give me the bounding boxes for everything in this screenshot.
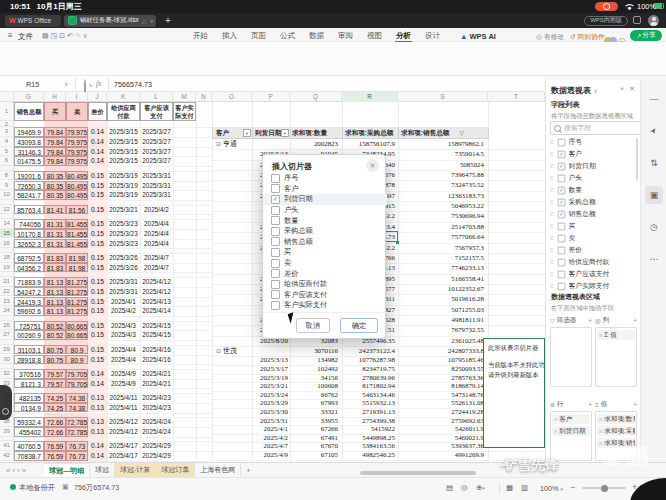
- pivot-group-cell[interactable]: ⊟亨通: [216, 139, 252, 149]
- row-header-32[interactable]: 32: [0, 369, 14, 379]
- pivot-sales-cell[interactable]: 7679732.55: [390, 325, 484, 335]
- area-box-列[interactable]: ≡Σ 值: [595, 327, 637, 387]
- row-header-10[interactable]: 10: [0, 190, 14, 200]
- cell-g14[interactable]: 744056: [14, 219, 44, 229]
- checkbox-unchecked-icon[interactable]: [557, 246, 565, 254]
- pivot-purchase-cell[interactable]: 2754399.38: [300, 417, 395, 426]
- cell-k29[interactable]: 2025/4/4: [107, 345, 140, 355]
- pivot-sales-cell[interactable]: 10795185.46: [390, 356, 484, 365]
- pivot-column-header-0[interactable]: 客户: [216, 129, 229, 138]
- cell-l26[interactable]: 2025/4/15: [140, 321, 173, 331]
- cell-j39[interactable]: 0.13: [88, 427, 107, 437]
- cell-k4[interactable]: 2025/3/15: [107, 137, 140, 147]
- cell-i18[interactable]: 81.98: [66, 253, 88, 263]
- cell-g15[interactable]: 10170.8: [14, 229, 44, 239]
- cell-g22[interactable]: 54247.2: [14, 287, 44, 297]
- zoom-slider-handle[interactable]: [601, 485, 608, 492]
- pivot-sales-cell[interactable]: 7324735.52: [390, 180, 484, 190]
- cell-h12[interactable]: 81.41: [44, 205, 66, 215]
- pivot-sales-cell[interactable]: 12363183.73: [390, 191, 484, 201]
- row-header-23[interactable]: 23: [0, 297, 14, 307]
- dialog-field-客户实际支付[interactable]: 客户实际支付: [263, 300, 387, 311]
- table-view-icon[interactable]: ▤: [446, 483, 453, 492]
- cell-l3[interactable]: 2025/3/27: [140, 127, 173, 137]
- cell-h10[interactable]: 80.35: [44, 190, 66, 200]
- cell-k39[interactable]: 2025/4/12: [107, 427, 140, 437]
- name-box[interactable]: R15: [26, 80, 39, 89]
- cell-g3[interactable]: 19469.9: [14, 127, 44, 137]
- checkbox-unchecked-icon[interactable]: [557, 282, 565, 290]
- sheet-tab-球冠—明细[interactable]: 球冠—明细: [44, 463, 90, 478]
- area-item-客户[interactable]: ≡客户: [552, 414, 590, 424]
- cell-g41[interactable]: 40760.5: [14, 441, 44, 451]
- cell-k14[interactable]: 2025/3/23: [107, 219, 140, 229]
- cell-h21[interactable]: 81.13: [44, 277, 66, 287]
- cell-k30[interactable]: 2025/4/4: [107, 355, 140, 365]
- ribbon-tab-审阅[interactable]: 审阅: [331, 28, 360, 43]
- drag-handle-icon[interactable]: ≡: [550, 151, 554, 157]
- cell-g5[interactable]: 31146.3: [14, 147, 44, 157]
- pane-field-给供应商付款[interactable]: ≡给供应商付款: [550, 256, 636, 268]
- pivot-sales-cell[interactable]: 5166558.41: [390, 274, 484, 284]
- drag-handle-icon[interactable]: ≡: [550, 247, 554, 253]
- cell-j32[interactable]: 0.14: [88, 369, 107, 379]
- cell-h18[interactable]: 81.83: [44, 253, 66, 263]
- cell-i39[interactable]: 72.785: [66, 427, 88, 437]
- dialog-field-销售总额[interactable]: 销售总额: [263, 237, 387, 248]
- cell-j16[interactable]: 0.15: [88, 239, 107, 249]
- pane-field-买[interactable]: ≡买: [550, 220, 636, 232]
- area-item-Σ 值[interactable]: ≡Σ 值: [597, 330, 635, 340]
- pane-field-客户实际支付[interactable]: ≡客户实际支付: [550, 280, 636, 292]
- cell-l15[interactable]: 2025/4/4: [140, 229, 173, 239]
- cell-g35[interactable]: 482135: [14, 393, 44, 403]
- cell-g9[interactable]: 72650.3: [14, 181, 44, 191]
- pivot-column-header-3[interactable]: 求和项:采购总额: [345, 129, 393, 138]
- pivot-purchase-cell[interactable]: 242373122.4: [300, 346, 395, 356]
- pivot-funnel-icon[interactable]: ▽: [457, 129, 466, 137]
- cell-g38[interactable]: 59332.4: [14, 417, 44, 427]
- history-clock-icon[interactable]: ◷: [645, 218, 663, 236]
- cell-k41[interactable]: 2025/4/17: [107, 441, 140, 451]
- column-header-K[interactable]: K: [107, 92, 140, 102]
- cell-j15[interactable]: 0.15: [88, 229, 107, 239]
- pivot-sales-cell[interactable]: 4991269.9: [390, 451, 484, 460]
- row-header-22[interactable]: 22: [0, 287, 14, 297]
- cell-g23[interactable]: 24419.3: [14, 297, 44, 307]
- cell-g18[interactable]: 68792.5: [14, 253, 44, 263]
- cell-j12[interactable]: 0.15: [88, 205, 107, 215]
- cell-h15[interactable]: 81.31: [44, 229, 66, 239]
- cell-g8[interactable]: 19201.6: [14, 171, 44, 181]
- pivot-sales-cell[interactable]: 7396475.88: [390, 170, 484, 180]
- clipboard-icon[interactable]: ▣: [62, 483, 69, 491]
- page-view-icon[interactable]: ▥: [521, 483, 528, 492]
- cell-h19[interactable]: 81.83: [44, 263, 66, 273]
- checkbox-unchecked-icon[interactable]: [271, 184, 280, 193]
- cell-i24[interactable]: 81.275: [66, 306, 88, 316]
- pivot-sales-cell[interactable]: 8186879.14: [390, 382, 484, 391]
- pivot-sales-cell[interactable]: 4981811.91: [390, 315, 484, 325]
- cell-i6[interactable]: 79.975: [66, 156, 88, 166]
- cell-j10[interactable]: 0.15: [88, 190, 107, 200]
- pane-field-卖[interactable]: ≡卖: [550, 232, 636, 244]
- pivot-purchase-cell[interactable]: 10776287.98: [300, 356, 395, 365]
- drag-handle-icon[interactable]: ≡: [550, 223, 554, 229]
- cell-j35[interactable]: 0.13: [88, 393, 107, 403]
- checkbox-unchecked-icon[interactable]: [271, 174, 280, 183]
- column-header-I[interactable]: I: [66, 92, 88, 102]
- column-header-T[interactable]: T: [488, 92, 545, 102]
- pivot-sales-cell[interactable]: 5085024: [390, 160, 484, 170]
- pivot-sales-cell[interactable]: 2724419.28: [390, 408, 484, 417]
- row-header-9[interactable]: 9: [0, 181, 14, 191]
- cell-l24[interactable]: 2025/4/14: [140, 306, 173, 316]
- column-header-S[interactable]: S: [398, 92, 488, 102]
- checkbox-unchecked-icon[interactable]: [271, 237, 280, 246]
- checkbox-unchecked-icon[interactable]: [271, 259, 280, 268]
- row-header-27[interactable]: 27: [0, 330, 14, 340]
- cell-k36[interactable]: 2025/4/11: [107, 403, 140, 413]
- drag-handle-icon[interactable]: ≡: [550, 235, 554, 241]
- cell-g6[interactable]: 01475.5: [14, 156, 44, 166]
- cell-k26[interactable]: 2025/4/3: [107, 321, 140, 331]
- cell-l27[interactable]: 2025/4/15: [140, 330, 173, 340]
- ribbon-tab-设计[interactable]: 设计: [418, 28, 447, 43]
- more-options-icon[interactable]: ⋯: [645, 250, 663, 268]
